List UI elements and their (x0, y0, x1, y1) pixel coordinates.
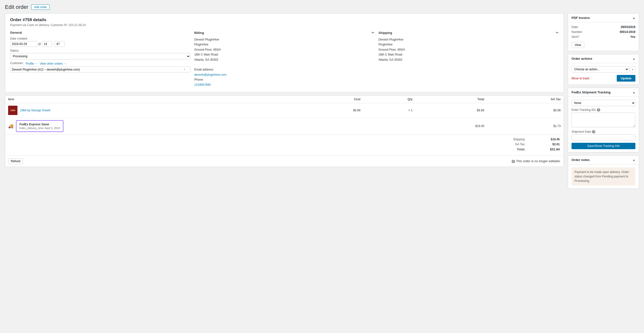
shipping-method-box: FedEx Express Saver fedex_delivery_time:… (16, 120, 64, 132)
customer-label: Customer: (10, 62, 24, 65)
shipping-truck-icon: 🚚 (8, 123, 14, 129)
product-total: $9.88 (416, 103, 487, 118)
page-title: Edit order (5, 4, 28, 10)
totals-section: Shipping: $19.45 GA Tax: $2.61 Total: $3… (5, 134, 564, 156)
ga-tax-total-value: $2.61 (545, 142, 560, 146)
total-label: Total: (517, 148, 525, 151)
col-total: Total (416, 96, 487, 103)
shipment-date-input[interactable] (572, 134, 636, 140)
col-ga-tax: GA Tax (487, 96, 564, 103)
billing-section: Billing ✏ Devesh PluginHive PluginHive G… (194, 31, 375, 87)
customer-select[interactable]: Devesh PluginHive (#12 – devesh@pluginhi… (10, 66, 190, 72)
order-details-card: Order #759 details Payment via Cash on d… (5, 13, 564, 92)
shipping-name: Devesh PluginHive (378, 37, 559, 42)
refund-button[interactable]: Refund (8, 158, 23, 164)
update-button[interactable]: Update (617, 75, 636, 82)
order-notes-title: Order notes (572, 158, 590, 162)
fedex-tracking-card: FedEx Shipment Tracking ▲ None Enter Tra… (568, 88, 639, 152)
date-label: Date created: (10, 37, 190, 40)
billing-address1: Ground Floor, 493/A (194, 47, 375, 52)
fedex-carrier-select[interactable]: None (572, 100, 636, 106)
billing-city-state: Atlanta, GA 30302 (194, 57, 375, 62)
not-editable-text: ℹ This order is no longer editable. (512, 159, 561, 163)
table-row: 1984 1984 by George Orwell $9.88 × 1 $9.… (5, 103, 564, 118)
pdf-view-button[interactable]: View (572, 42, 584, 48)
product-ga-tax: $0.88 (487, 103, 564, 118)
shipping-total-value: $19.45 (545, 138, 560, 141)
pdf-invoice-card: PDF Invoice ▲ Date: 29/03/2019 Number: 0… (568, 13, 639, 51)
order-actions-card: Order actions ▲ Choose an action... › Mo… (568, 54, 639, 85)
profile-link[interactable]: Profile → (26, 62, 38, 65)
view-other-orders-link[interactable]: View other orders → (40, 62, 66, 65)
refund-row: Refund ℹ This order is no longer editabl… (5, 156, 564, 166)
shipping-total-label: Shipping: (513, 138, 525, 141)
product-qty: × 1 (364, 103, 416, 118)
order-action-select[interactable]: Choose an action... (572, 66, 629, 72)
items-card: Item Cost Qty Total GA Tax (5, 95, 564, 167)
col-item: Item (5, 96, 300, 103)
billing-phone-label: Phone: (194, 77, 375, 82)
info-icon: ℹ (512, 160, 515, 163)
product-name-link[interactable]: 1984 by George Orwell (20, 108, 50, 112)
pdf-number-value: 00014-2019 (620, 30, 636, 34)
tracking-ids-label: Enter Tracking IDs (572, 108, 596, 112)
order-notes-chevron-icon[interactable]: ▲ (632, 158, 636, 162)
pdf-date-label: Date: (572, 25, 579, 29)
tracking-ids-help-icon[interactable]: ? (597, 108, 600, 112)
billing-label: Billing (194, 31, 204, 35)
pdf-invoice-title: PDF Invoice (572, 16, 590, 20)
action-run-button[interactable]: › (630, 66, 636, 72)
time-minute-input[interactable] (55, 41, 64, 47)
fedex-tracking-title: FedEx Shipment Tracking (572, 90, 610, 94)
order-actions-chevron-icon[interactable]: ▲ (632, 57, 636, 60)
status-select[interactable]: Processing (10, 53, 190, 60)
order-note: Payment to be made upon delivery. Order … (572, 167, 636, 186)
product-thumbnail: 1984 (8, 106, 18, 115)
billing-phone[interactable]: 1234567890 (194, 83, 211, 86)
save-tracking-button[interactable]: Save/Show Tracking Info (572, 143, 636, 149)
product-cost: $9.88 (300, 103, 364, 118)
total-value: $31.94 (545, 148, 560, 151)
billing-name: Devesh PluginHive (194, 37, 375, 42)
billing-company: PluginHive (194, 42, 375, 47)
shipping-address1: Ground Floor, 493/A (378, 47, 559, 52)
shipping-method-name: FedEx Express Saver (20, 123, 60, 126)
general-section: General Date created: @ : (10, 31, 190, 87)
shipping-meta: fedex_delivery_time: April 3, 2019 (20, 126, 60, 130)
shipping-ga-tax: $1.73 (487, 118, 564, 134)
shipping-cost: $19.45 (416, 118, 487, 134)
ga-tax-total-label: GA Tax: (515, 142, 525, 146)
billing-address2: 18th C Main Road (194, 52, 375, 57)
col-qty: Qty (364, 96, 416, 103)
billing-edit-icon[interactable]: ✏ (372, 31, 374, 35)
shipping-edit-icon[interactable]: ✏ (556, 31, 559, 35)
general-label: General (10, 31, 22, 34)
move-to-trash-link[interactable]: Move to trash (572, 77, 590, 80)
date-input[interactable] (10, 41, 37, 47)
shipment-date-help-icon[interactable]: ? (592, 130, 595, 134)
billing-email[interactable]: devesh@pluginhive.com (194, 73, 226, 76)
order-actions-title: Order actions (572, 57, 592, 60)
billing-email-label: Email address: (194, 67, 375, 72)
pdf-invoice-chevron-icon[interactable]: ▲ (632, 16, 636, 20)
status-label: Status: (10, 49, 190, 52)
time-hour-input[interactable] (42, 41, 52, 47)
shipping-label: Shipping (378, 31, 392, 35)
shipping-row: 🚚 FedEx Express Saver fedex_delivery_tim… (5, 118, 564, 134)
add-order-button[interactable]: Add order (31, 4, 50, 10)
at-separator: @ (38, 42, 41, 46)
pdf-date-value: 29/03/2019 (621, 25, 636, 29)
order-subtitle: Payment via Cash on delivery. Customer I… (10, 23, 559, 27)
pdf-sent-label: Sent? (572, 35, 579, 38)
col-cost: Cost (300, 96, 364, 103)
fedex-chevron-icon[interactable]: ▲ (632, 91, 636, 94)
order-title: Order #759 details (10, 18, 559, 22)
shipment-date-label: Shipment Date (572, 130, 591, 134)
shipping-section: Shipping ✏ Devesh PluginHive PluginHive … (378, 31, 559, 87)
customer-clear-icon[interactable]: × (184, 68, 186, 71)
tracking-ids-textarea[interactable] (572, 112, 636, 127)
shipping-city-state: Atlanta, GA 30302 (378, 57, 559, 62)
shipping-company: PluginHive (378, 42, 559, 47)
order-notes-card: Order notes ▲ Payment to be made upon de… (568, 155, 639, 189)
pdf-sent-value: Yes (630, 35, 636, 38)
